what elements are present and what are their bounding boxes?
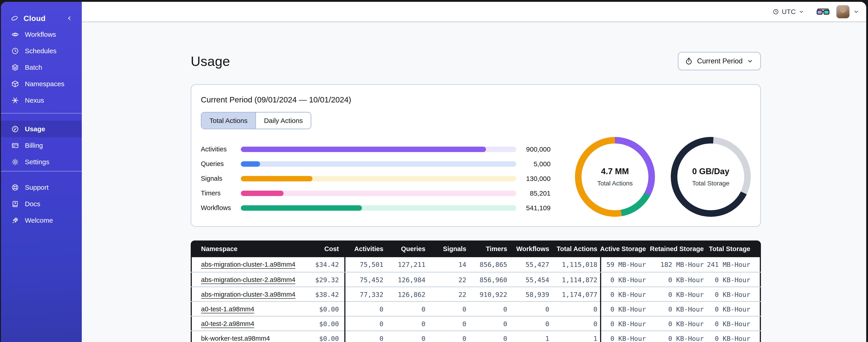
user-avatar[interactable] <box>836 5 849 18</box>
bar-value: 5,000 <box>516 160 551 168</box>
bar-fill <box>241 191 283 196</box>
donut-center: 4.7 MM Total Actions <box>582 143 648 210</box>
sidebar-item-settings[interactable]: Settings <box>1 153 82 170</box>
timezone-selector[interactable]: UTC <box>773 8 804 15</box>
sidebar-item-label: Namespaces <box>25 80 64 88</box>
total-actions-cell: 1,114,872 <box>552 276 600 284</box>
sidebar-item-label: Docs <box>25 200 40 208</box>
namespace-link[interactable]: a0-test-2.a98mm4 <box>201 320 254 327</box>
period-select-label: Current Period <box>697 57 743 65</box>
namespace-link[interactable]: a0-test-1.a98mm4 <box>201 305 254 313</box>
usage-bar-chart: Activities 900,000 Queries <box>201 142 551 215</box>
sidebar-divider <box>1 113 82 113</box>
bar-label: Activities <box>201 145 241 153</box>
donut-value: 4.7 MM <box>601 167 629 176</box>
bar-track <box>241 176 516 181</box>
labs-glasses-button[interactable] <box>816 7 830 16</box>
total-storage-cell: 0 KB-Hour <box>707 291 761 299</box>
bar-fill <box>241 161 260 167</box>
bar-fill <box>241 147 486 152</box>
column-header-timers: Timers <box>469 245 510 253</box>
column-header-queries: Queries <box>386 245 428 253</box>
eye-icon <box>11 31 19 38</box>
topbar: UTC <box>82 2 866 22</box>
total-storage-donut: 0 GB/Day Total Storage <box>671 137 751 217</box>
retained-storage-cell: 0 KB-Hour <box>649 291 707 299</box>
bar-value: 541,109 <box>516 204 551 212</box>
account-menu-button[interactable] <box>853 8 860 15</box>
namespace-link[interactable]: abs-migration-cluster-1.a98mm4 <box>201 261 295 268</box>
workflows-cell: 1 <box>510 335 552 342</box>
cost-cell: $34.42 <box>294 261 344 269</box>
tab-daily-actions[interactable]: Daily Actions <box>255 112 311 129</box>
usage-bar-row: Activities 900,000 <box>201 142 551 157</box>
clock-icon <box>11 47 19 55</box>
usage-bar-row: Queries 5,000 <box>201 157 551 171</box>
column-header-signals: Signals <box>428 245 469 253</box>
table-row: abs-migration-cluster-3.a98mm4 $38.42 77… <box>191 286 761 301</box>
sidebar-item-nexus[interactable]: Nexus <box>1 92 82 108</box>
bar-label: Workflows <box>201 204 241 212</box>
namespace-link[interactable]: abs-migration-cluster-3.a98mm4 <box>201 291 295 298</box>
activities-cell: 77,332 <box>344 287 386 302</box>
table-header: Namespace Cost Activities Queries Signal… <box>191 240 761 257</box>
signals-cell: 0 <box>428 305 469 313</box>
queries-cell: 0 <box>386 335 428 342</box>
namespace-link[interactable]: abs-migration-cluster-2.a98mm4 <box>201 276 295 283</box>
temporal-cloud-logo-icon <box>11 14 19 22</box>
workflows-cell: 55,454 <box>510 276 552 284</box>
title-row: Usage Current Period <box>191 52 761 71</box>
main-column: UTC <box>82 2 866 342</box>
namespace-cell: a0-test-1.a98mm4 <box>191 305 294 313</box>
sidebar-item-batch[interactable]: Batch <box>1 59 82 76</box>
bar-track <box>241 205 516 211</box>
sidebar-nav-help: Support Docs <box>1 179 82 229</box>
column-header-namespace: Namespace <box>191 245 294 253</box>
sidebar-item-usage[interactable]: Usage <box>1 121 82 137</box>
sidebar-item-billing[interactable]: Billing <box>1 137 82 153</box>
layers-icon <box>11 64 19 71</box>
tab-total-actions[interactable]: Total Actions <box>202 112 255 129</box>
active-storage-cell: 0 KB-Hour <box>600 302 649 316</box>
table-row: a0-test-2.a98mm4 $0.00 0 0 0 0 0 0 0 KB-… <box>191 316 761 331</box>
usage-bar-row: Signals 130,000 <box>201 171 551 186</box>
total-actions-cell: 1,174,077 <box>552 291 600 299</box>
namespace-link[interactable]: bk-worker-test.a98mm4 <box>201 335 270 342</box>
workflows-cell: 0 <box>510 320 552 328</box>
column-header-total-actions: Total Actions <box>552 245 600 253</box>
sidebar-item-label: Batch <box>25 64 42 71</box>
table-row: abs-migration-cluster-2.a98mm4 $29.32 75… <box>191 272 761 286</box>
bar-fill <box>241 176 312 181</box>
timers-cell: 856,865 <box>469 261 510 269</box>
sidebar-item-label: Nexus <box>25 97 44 104</box>
activities-cell: 0 <box>344 316 386 331</box>
sidebar-item-docs[interactable]: Docs <box>1 196 82 212</box>
sidebar-item-welcome[interactable]: Welcome <box>1 212 82 229</box>
table-body: abs-migration-cluster-1.a98mm4 $34.42 75… <box>191 257 761 342</box>
retained-storage-cell: 0 KB-Hour <box>649 335 707 342</box>
timers-cell: 0 <box>469 320 510 328</box>
donut-center: 0 GB/Day Total Storage <box>677 143 744 210</box>
table-row: abs-migration-cluster-1.a98mm4 $34.42 75… <box>191 257 761 272</box>
sidebar-item-workflows[interactable]: Workflows <box>1 26 82 43</box>
period-select-button[interactable]: Current Period <box>678 52 761 70</box>
credit-card-icon <box>11 142 19 149</box>
donut-label: Total Storage <box>692 180 730 187</box>
sidebar-item-support[interactable]: Support <box>1 179 82 196</box>
total-storage-cell: 241 MB-Hour <box>707 261 761 269</box>
timezone-label: UTC <box>782 8 796 15</box>
signals-cell: 14 <box>428 261 469 269</box>
sidebar-item-namespaces[interactable]: Namespaces <box>1 76 82 92</box>
asterisk-icon <box>11 97 19 104</box>
sidebar-item-label: Usage <box>25 125 45 133</box>
column-header-active-storage: Active Storage <box>600 245 649 253</box>
total-actions-cell: 0 <box>552 305 600 313</box>
chevron-left-icon <box>66 15 73 22</box>
sidebar-header: Cloud <box>1 2 82 26</box>
bar-value: 130,000 <box>516 175 551 182</box>
total-storage-cell: 0 KB-Hour <box>707 335 761 342</box>
sidebar-divider <box>1 171 82 171</box>
total-actions-cell: 1,115,018 <box>552 261 600 269</box>
sidebar-item-schedules[interactable]: Schedules <box>1 43 82 59</box>
sidebar-collapse-button[interactable] <box>66 15 73 22</box>
